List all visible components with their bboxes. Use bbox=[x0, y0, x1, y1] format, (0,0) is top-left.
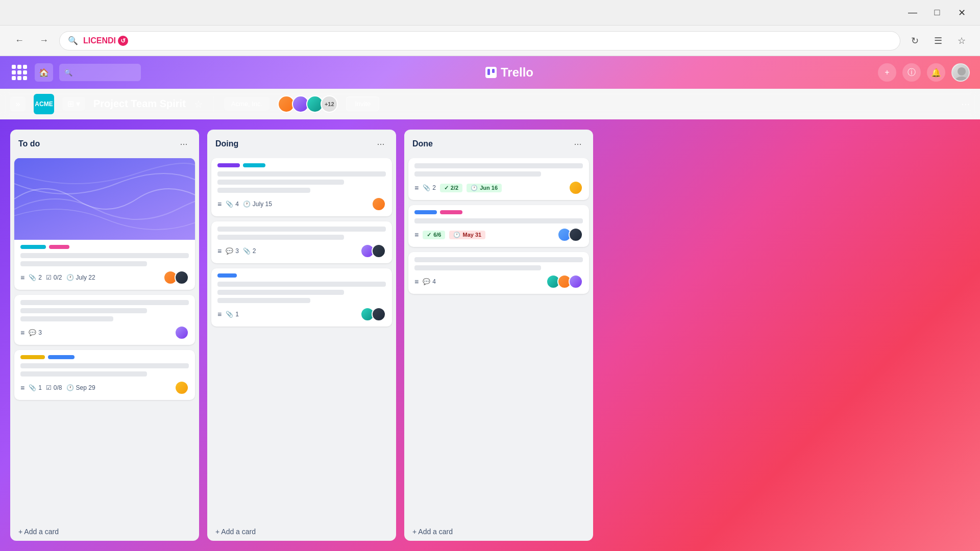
attachment-number: 2 bbox=[432, 184, 436, 191]
card-title-line2 bbox=[217, 290, 344, 295]
address-bar[interactable]: 🔍 LICENDI ↺ bbox=[59, 31, 900, 51]
card-title-line2 bbox=[217, 235, 344, 240]
description-icon: ≡ bbox=[20, 329, 24, 337]
browser-frame: ― □ ✕ ← → 🔍 LICENDI ↺ ↻ ☰ ☆ bbox=[0, 0, 980, 551]
label-blue bbox=[217, 273, 237, 278]
view-dropdown-icon: ▾ bbox=[76, 99, 80, 109]
refresh-button[interactable]: ↻ bbox=[906, 33, 923, 49]
notification-button[interactable]: 🔔 bbox=[927, 63, 945, 82]
trello-logo-text: Trello bbox=[501, 65, 533, 80]
search-icon: 🔍 bbox=[64, 69, 72, 77]
checklist-count: ☑ 0/8 bbox=[46, 384, 62, 391]
card-title-line3 bbox=[20, 316, 113, 321]
home-button[interactable]: 🏠 bbox=[35, 63, 53, 82]
attachment-number: 1 bbox=[235, 311, 239, 318]
svg-point-4 bbox=[954, 77, 969, 82]
grid-menu-button[interactable] bbox=[10, 63, 29, 82]
card-title-line2 bbox=[20, 261, 147, 266]
doing-card-2[interactable]: ≡ 💬 3 📎 2 bbox=[211, 221, 392, 263]
board-more-button[interactable]: ··· bbox=[961, 98, 970, 110]
due-date: 🕐 July 15 bbox=[243, 201, 272, 208]
checklist-icon: ☑ bbox=[46, 384, 52, 391]
attachment-icon: 📎 bbox=[423, 184, 430, 191]
todo-card-2[interactable]: ≡ 💬 3 bbox=[14, 295, 195, 345]
trello-header: 🏠 🔍 Trello + ⓘ 🔔 bbox=[0, 56, 980, 89]
column-todo-menu[interactable]: ··· bbox=[177, 137, 191, 151]
view-icon: ⊞ bbox=[67, 99, 74, 109]
attachments-count: 📎 2 bbox=[243, 247, 256, 255]
doing-add-card-button[interactable]: + Add a card bbox=[207, 522, 396, 541]
card-title-line1 bbox=[20, 363, 189, 368]
board-view-toggle[interactable]: ⊞ ▾ bbox=[62, 97, 85, 111]
attachment-number: 2 bbox=[253, 247, 256, 255]
column-done-header: Done ··· bbox=[404, 130, 593, 158]
invite-button[interactable]: Invite bbox=[346, 96, 379, 111]
star-button[interactable]: ☆ bbox=[194, 98, 203, 110]
todo-card-3[interactable]: ≡ 📎 1 ☑ 0/8 🕐 bbox=[14, 350, 195, 400]
done-card-2[interactable]: ≡ ✓ 6/6 🕐 May 31 bbox=[408, 205, 589, 247]
member-count-extra[interactable]: +12 bbox=[321, 95, 338, 113]
trello-search-box[interactable]: 🔍 bbox=[59, 64, 141, 81]
licendi-arrow-icon: ↺ bbox=[118, 36, 128, 46]
forward-button[interactable]: → bbox=[35, 32, 53, 50]
card-body: ≡ 📎 2 ✓ 2/2 🕐 bbox=[408, 158, 589, 200]
browser-menu-button[interactable]: ☰ bbox=[930, 33, 946, 49]
user-avatar-header[interactable] bbox=[951, 63, 970, 82]
trello-header-left: 🏠 🔍 bbox=[10, 63, 141, 82]
attachments-count: 📎 1 bbox=[29, 384, 42, 391]
todo-card-1[interactable]: ≡ 📎 2 ☑ 0/2 🕐 bbox=[14, 158, 195, 290]
card-avatars bbox=[175, 325, 189, 340]
done-card-1[interactable]: ≡ 📎 2 ✓ 2/2 🕐 bbox=[408, 158, 589, 200]
card-title-line1 bbox=[217, 227, 386, 232]
card-title-line1 bbox=[414, 163, 583, 168]
browser-titlebar: ― □ ✕ bbox=[0, 0, 980, 26]
column-done-title: Done bbox=[412, 139, 433, 148]
card-title-line1 bbox=[217, 171, 386, 177]
card-title-line2 bbox=[414, 265, 541, 270]
add-button[interactable]: + bbox=[878, 63, 896, 82]
card-meta: ≡ 💬 3 bbox=[20, 325, 189, 340]
checklist-badge: ✓ 2/2 bbox=[440, 184, 462, 192]
column-todo-body: ≡ 📎 2 ☑ 0/2 🕐 bbox=[10, 158, 199, 522]
card-meta: ≡ ✓ 6/6 🕐 May 31 bbox=[414, 228, 583, 242]
licendi-text: LICENDI bbox=[83, 36, 116, 45]
card-avatars bbox=[163, 270, 189, 285]
card-title-line1 bbox=[20, 253, 189, 258]
due-date-badge: 🕐 Jun 16 bbox=[467, 184, 502, 192]
description-icon: ≡ bbox=[414, 184, 419, 192]
info-button[interactable]: ⓘ bbox=[902, 63, 921, 82]
close-button[interactable]: ✕ bbox=[953, 5, 970, 21]
workspace-tag[interactable]: Acme, Inc. bbox=[224, 97, 270, 111]
doing-card-3[interactable]: ≡ 📎 1 bbox=[211, 268, 392, 327]
done-card-3[interactable]: ≡ 💬 4 bbox=[408, 252, 589, 294]
attachments-count: 📎 4 bbox=[226, 201, 239, 208]
doing-card-1[interactable]: ≡ 📎 4 🕐 July 15 bbox=[211, 158, 392, 216]
clock-icon: 🕐 bbox=[243, 201, 251, 208]
todo-add-card-button[interactable]: + Add a card bbox=[10, 522, 199, 541]
column-doing-menu[interactable]: ··· bbox=[374, 137, 388, 151]
card-meta: ≡ 📎 1 ☑ 0/8 🕐 bbox=[20, 381, 189, 395]
card-avatars bbox=[557, 228, 583, 242]
card-title-line2 bbox=[20, 308, 147, 313]
minimize-button[interactable]: ― bbox=[904, 5, 921, 21]
comment-icon: 💬 bbox=[226, 247, 233, 255]
due-date-text: July 22 bbox=[76, 274, 95, 281]
attachment-icon: 📎 bbox=[243, 247, 251, 255]
bookmark-button[interactable]: ☆ bbox=[953, 33, 970, 49]
attachment-number: 2 bbox=[38, 274, 42, 281]
checklist-progress: 0/8 bbox=[54, 384, 62, 391]
done-add-card-button[interactable]: + Add a card bbox=[404, 522, 593, 541]
workspace-logo: ACME bbox=[34, 94, 54, 114]
back-button[interactable]: ← bbox=[10, 32, 29, 50]
card-meta: ≡ 💬 3 📎 2 bbox=[217, 244, 386, 258]
maximize-button[interactable]: □ bbox=[929, 5, 945, 21]
card-body: ≡ 💬 3 📎 2 bbox=[211, 221, 392, 263]
attachments-count: 📎 2 bbox=[423, 184, 436, 191]
browser-toolbar: ← → 🔍 LICENDI ↺ ↻ ☰ ☆ bbox=[0, 26, 980, 56]
expand-sidebar-button[interactable]: » bbox=[10, 96, 26, 112]
grid-dots-icon bbox=[12, 65, 27, 80]
card-body: ≡ 💬 4 bbox=[408, 252, 589, 294]
cover-pattern bbox=[14, 158, 195, 240]
column-done-menu[interactable]: ··· bbox=[571, 137, 585, 151]
checklist-text: 6/6 bbox=[433, 232, 441, 238]
